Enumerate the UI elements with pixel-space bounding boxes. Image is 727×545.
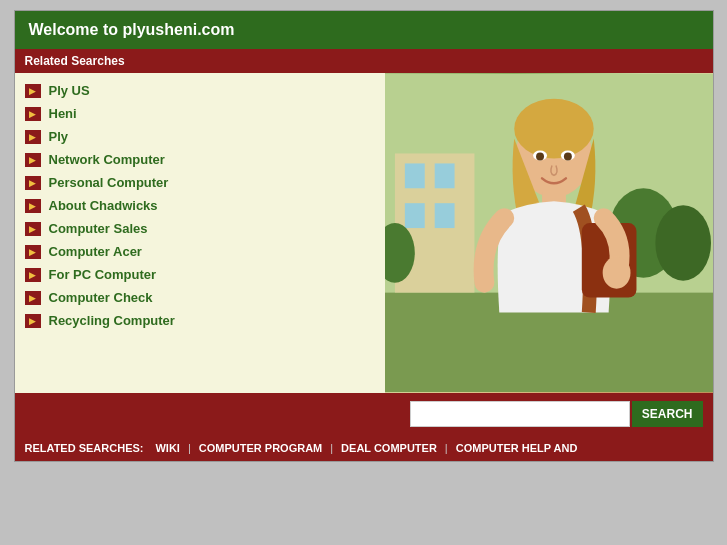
photo-placeholder [385, 73, 713, 393]
separator: | [330, 442, 333, 454]
svg-point-11 [514, 99, 594, 159]
link-ply[interactable]: Ply [15, 125, 385, 148]
arrow-icon [25, 314, 41, 328]
main-container: Welcome to plyusheni.com Related Searche… [14, 10, 714, 462]
link-computer-sales[interactable]: Computer Sales [15, 217, 385, 240]
site-header: Welcome to plyusheni.com [15, 11, 713, 49]
link-label: Heni [49, 106, 77, 121]
hero-image-area [385, 73, 713, 393]
link-label: Personal Computer [49, 175, 169, 190]
left-links-panel: Ply US Heni Ply Network Computer Persona… [15, 73, 385, 393]
person-illustration [385, 73, 713, 393]
search-button[interactable]: SEARCH [632, 401, 703, 427]
svg-point-14 [602, 257, 630, 289]
link-personal-computer[interactable]: Personal Computer [15, 171, 385, 194]
search-input[interactable] [410, 401, 630, 427]
related-searches-label: Related Searches [25, 54, 125, 68]
link-label: Computer Check [49, 290, 153, 305]
arrow-icon [25, 176, 41, 190]
link-ply-us[interactable]: Ply US [15, 79, 385, 102]
bottom-bar: RELATED SEARCHES: WIKI | COMPUTER PROGRA… [15, 435, 713, 461]
link-label: Computer Acer [49, 244, 142, 259]
link-computer-acer[interactable]: Computer Acer [15, 240, 385, 263]
bottom-link-deal-computer[interactable]: DEAL COMPUTER [335, 442, 443, 454]
arrow-icon [25, 107, 41, 121]
link-network-computer[interactable]: Network Computer [15, 148, 385, 171]
separator: | [188, 442, 191, 454]
svg-point-16 [536, 152, 544, 160]
arrow-icon [25, 291, 41, 305]
link-computer-check[interactable]: Computer Check [15, 286, 385, 309]
separator: | [445, 442, 448, 454]
link-label: Computer Sales [49, 221, 148, 236]
link-recycling-computer[interactable]: Recycling Computer [15, 309, 385, 332]
svg-point-18 [563, 152, 571, 160]
arrow-icon [25, 130, 41, 144]
search-bar-row: SEARCH [15, 393, 713, 435]
svg-point-8 [655, 205, 711, 281]
arrow-icon [25, 153, 41, 167]
arrow-icon [25, 245, 41, 259]
link-for-pc-computer[interactable]: For PC Computer [15, 263, 385, 286]
bottom-link-computer-help-and[interactable]: COMPUTER HELP AND [450, 442, 584, 454]
bottom-link-wiki[interactable]: WIKI [149, 442, 185, 454]
link-label: Recycling Computer [49, 313, 175, 328]
svg-rect-5 [404, 203, 424, 228]
link-label: Ply [49, 129, 69, 144]
link-heni[interactable]: Heni [15, 102, 385, 125]
related-searches-bar: Related Searches [15, 49, 713, 73]
content-area: Ply US Heni Ply Network Computer Persona… [15, 73, 713, 393]
link-label: For PC Computer [49, 267, 157, 282]
link-label: About Chadwicks [49, 198, 158, 213]
bottom-bar-label: RELATED SEARCHES: [25, 442, 144, 454]
svg-rect-3 [404, 163, 424, 188]
link-label: Network Computer [49, 152, 165, 167]
arrow-icon [25, 222, 41, 236]
header-title: Welcome to plyusheni.com [29, 21, 235, 38]
svg-rect-4 [434, 163, 454, 188]
arrow-icon [25, 84, 41, 98]
bottom-link-computer-program[interactable]: COMPUTER PROGRAM [193, 442, 328, 454]
arrow-icon [25, 268, 41, 282]
svg-rect-6 [434, 203, 454, 228]
arrow-icon [25, 199, 41, 213]
link-about-chadwicks[interactable]: About Chadwicks [15, 194, 385, 217]
link-label: Ply US [49, 83, 90, 98]
